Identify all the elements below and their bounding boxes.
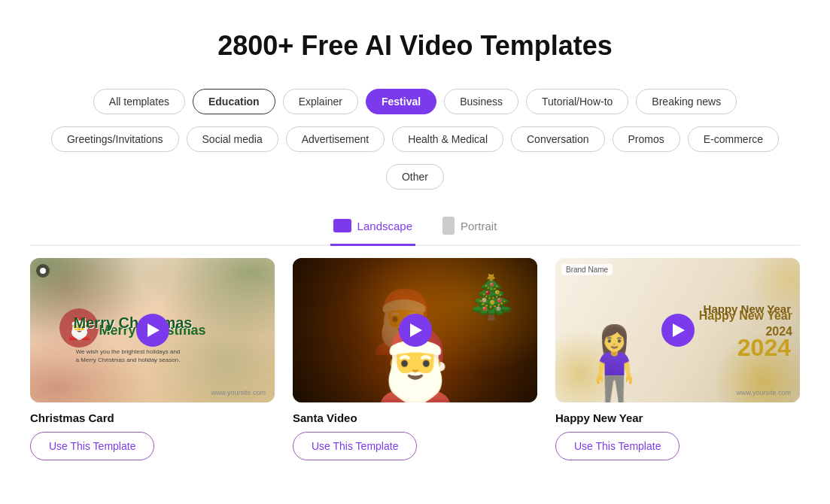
use-template-button-newyear[interactable]: Use This Template	[555, 432, 680, 460]
template-card-newyear: 🧍‍♀️ Brand Name Happy New Year 2024 www.…	[555, 258, 800, 460]
template-card-santa: 🎅 🎄 Santa Video Use This Template	[293, 258, 537, 460]
filter-all[interactable]: All templates	[93, 89, 185, 114]
template-thumbnail-christmas[interactable]: 🎅 Merry Christmas We wish you the bright…	[30, 258, 275, 402]
template-thumbnail-santa[interactable]: 🎅 🎄	[293, 258, 537, 402]
tab-landscape[interactable]: Landscape	[330, 211, 415, 246]
category-filters-row2: Greetings/Invitations Social media Adver…	[30, 126, 800, 152]
template-thumbnail-newyear[interactable]: 🧍‍♀️ Brand Name Happy New Year 2024 www.…	[555, 258, 800, 402]
category-filters-row3: Other	[30, 164, 800, 190]
filter-festival[interactable]: Festival	[366, 89, 436, 114]
christmas-title-text: Merry Christmas	[74, 314, 193, 332]
filter-business[interactable]: Business	[444, 89, 518, 114]
filter-social[interactable]: Social media	[187, 126, 278, 152]
filter-ecommerce[interactable]: E-commerce	[688, 126, 779, 152]
play-button-christmas[interactable]	[136, 314, 169, 347]
templates-grid: 🎅 Merry Christmas We wish you the bright…	[30, 258, 800, 460]
christmas-sub-text: We wish you the brightest holidays and a…	[75, 348, 181, 364]
filter-health[interactable]: Health & Medical	[392, 126, 503, 152]
newyear-year-text: 2024	[737, 334, 791, 362]
newyear-main-text: Happy New Year	[704, 302, 791, 317]
use-template-button-santa[interactable]: Use This Template	[293, 432, 417, 460]
filter-education[interactable]: Education	[193, 89, 275, 114]
website-text: www.yoursite.com	[211, 389, 266, 396]
template-name-newyear: Happy New Year	[555, 411, 800, 424]
play-button-santa[interactable]	[399, 314, 432, 347]
landscape-icon	[333, 219, 351, 232]
filter-conversation[interactable]: Conversation	[511, 126, 605, 152]
brand-tag: Brand Name	[561, 264, 613, 275]
website-newyear: www.yoursite.com	[736, 389, 791, 396]
filter-other[interactable]: Other	[386, 164, 444, 190]
filter-promos[interactable]: Promos	[613, 126, 680, 152]
use-template-button-christmas[interactable]: Use This Template	[30, 432, 154, 460]
filter-explainer[interactable]: Explainer	[283, 89, 358, 114]
portrait-icon	[442, 217, 455, 235]
layout-tabs: Landscape Portrait	[30, 211, 800, 246]
category-filters-row1: All templates Education Explainer Festiv…	[30, 89, 800, 114]
filter-ads[interactable]: Advertisement	[286, 126, 385, 152]
tree-emoji: 🎄	[465, 272, 518, 322]
tab-portrait[interactable]: Portrait	[439, 211, 500, 246]
page-title: 2800+ Free AI Video Templates	[30, 30, 800, 62]
record-indicator-christmas	[36, 264, 50, 278]
filter-breaking[interactable]: Breaking news	[636, 89, 737, 114]
play-button-newyear[interactable]	[661, 314, 695, 347]
template-name-christmas: Christmas Card	[30, 411, 275, 424]
landscape-label: Landscape	[357, 220, 412, 232]
portrait-label: Portrait	[461, 220, 497, 232]
template-name-santa: Santa Video	[293, 411, 537, 424]
filter-tutorial[interactable]: Tutorial/How-to	[526, 89, 628, 114]
filter-greetings[interactable]: Greetings/Invitations	[51, 126, 179, 152]
template-card-christmas: 🎅 Merry Christmas We wish you the bright…	[30, 258, 275, 460]
person-figure: 🧍‍♀️	[567, 327, 661, 402]
